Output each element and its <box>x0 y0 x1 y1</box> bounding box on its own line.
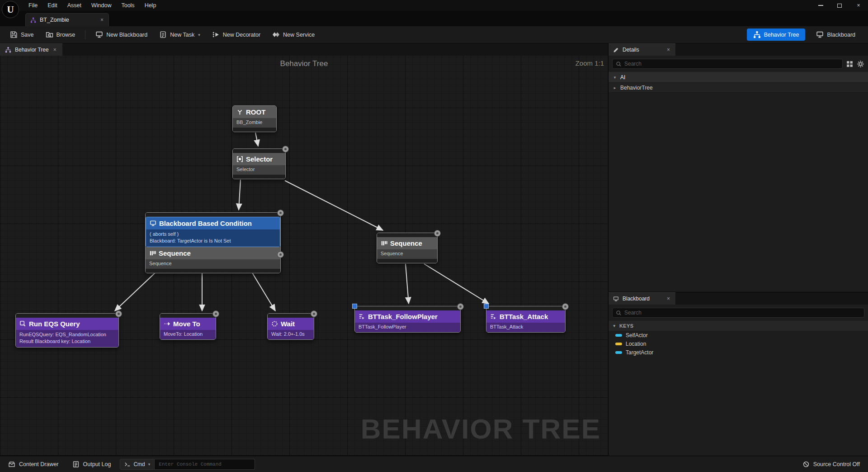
content-drawer-button[interactable]: Content Drawer <box>4 458 63 470</box>
node-sequence[interactable]: Sequence Sequence <box>377 233 438 263</box>
node-attack-subtitle: BTTask_Attack <box>486 323 565 332</box>
node-condition-input-pin[interactable] <box>146 213 280 217</box>
graph-edges <box>0 56 608 456</box>
display-filter-icon[interactable] <box>846 60 854 68</box>
console-icon <box>124 461 131 467</box>
details-search-box[interactable] <box>612 59 843 69</box>
save-button[interactable]: Save <box>5 28 38 41</box>
node-wait-input-pin[interactable] <box>268 314 314 318</box>
console-command-input[interactable] <box>155 459 255 470</box>
minimize-button[interactable] <box>811 0 830 11</box>
node-selector[interactable]: Selector Selector <box>232 148 286 179</box>
maximize-button[interactable] <box>830 0 849 11</box>
node-selector-output-pin[interactable] <box>233 175 285 179</box>
node-moveto-title-row: Move To <box>160 318 216 330</box>
graph-tabbar: Behavior Tree × <box>0 43 608 56</box>
blackboard-key-location[interactable]: Location <box>609 339 868 348</box>
node-eqs-input-pin[interactable] <box>16 314 118 318</box>
source-control-label: Source Control Off <box>813 461 860 467</box>
details-row-behaviortree[interactable]: ▸ BehaviorTree <box>609 83 868 93</box>
node-attack-input-pin[interactable] <box>486 306 565 310</box>
mode-blackboard-label: Blackboard <box>827 32 855 38</box>
new-service-label: New Service <box>283 32 315 38</box>
new-decorator-button[interactable]: New Decorator <box>208 28 265 41</box>
blackboard-key-selfactor[interactable]: SelfActor <box>609 331 868 339</box>
info-badge-icon[interactable] <box>457 303 464 310</box>
new-blackboard-button[interactable]: New Blackboard <box>91 28 152 41</box>
node-bttask-attack[interactable]: BTTask_Attack BTTask_Attack <box>486 306 566 333</box>
maximize-icon <box>837 4 842 8</box>
details-tab-close-icon[interactable]: × <box>666 47 671 53</box>
menu-edit[interactable]: Edit <box>42 0 62 11</box>
cmd-dropdown-button[interactable]: Cmd ▾ <box>120 459 155 470</box>
unreal-editor-window: U File Edit Asset Window Tools Help × BT… <box>0 0 868 472</box>
node-wait-subtitle: Wait: 2.0+-1.0s <box>268 330 314 339</box>
node-attack-title: BTTask_Attack <box>500 313 548 320</box>
mode-blackboard-button[interactable]: Blackboard <box>811 28 860 41</box>
info-badge-icon[interactable] <box>212 310 219 317</box>
blackboard-tab-close-icon[interactable]: × <box>666 296 671 302</box>
node-condition-output-pin[interactable] <box>146 269 280 273</box>
node-follow-input-pin[interactable] <box>355 306 460 310</box>
node-root-output-pin[interactable] <box>233 128 276 132</box>
graph-tab-behavior-tree[interactable]: Behavior Tree × <box>0 43 62 56</box>
graph-tab-close-icon[interactable]: × <box>52 47 57 53</box>
node-move-to[interactable]: Move To MoveTo: Location <box>160 313 216 340</box>
node-sequence2-output-pin[interactable] <box>377 259 437 263</box>
node-root[interactable]: ROOT BB_Zombie <box>232 105 277 132</box>
new-service-button[interactable]: New Service <box>268 28 319 41</box>
info-badge-icon[interactable] <box>277 210 284 216</box>
details-tab-label: Details <box>623 47 639 53</box>
graph-canvas[interactable]: Behavior Tree Zoom 1:1 BEHAVIOR TREE <box>0 56 608 456</box>
info-badge-icon[interactable] <box>562 303 569 310</box>
blackboard-key-targetactor[interactable]: TargetActor <box>609 348 868 357</box>
info-badge-icon[interactable] <box>434 230 441 237</box>
tab-blackboard[interactable]: Blackboard × <box>609 292 675 305</box>
info-badge-icon[interactable] <box>311 310 317 317</box>
menu-help[interactable]: Help <box>140 0 161 11</box>
node-wait-title-row: Wait <box>268 318 314 330</box>
node-sequence-title: Sequence <box>159 249 191 257</box>
node-selector-input-pin[interactable] <box>233 149 285 153</box>
key-type-icon <box>615 351 622 354</box>
node-blackboard-condition-sequence[interactable]: Blackboard Based Condition ( aborts self… <box>145 212 281 273</box>
node-selector-title-row: Selector <box>233 153 285 165</box>
node-sequence-title-row: Sequence <box>146 247 280 259</box>
mode-behavior-tree-button[interactable]: Behavior Tree <box>747 29 806 41</box>
new-blackboard-label: New Blackboard <box>106 32 147 38</box>
node-wait[interactable]: Wait Wait: 2.0+-1.0s <box>267 313 314 340</box>
source-control-button[interactable]: Source Control Off <box>798 458 864 470</box>
toolbar-separator <box>85 30 85 39</box>
blackboard-search-input[interactable] <box>624 310 861 316</box>
node-moveto-input-pin[interactable] <box>160 314 216 318</box>
info-badge-icon[interactable] <box>282 146 289 153</box>
new-task-button[interactable]: New Task ▾ <box>155 28 205 41</box>
info-badge-icon[interactable] <box>115 310 122 317</box>
save-icon <box>10 31 18 38</box>
details-category-ai[interactable]: ▾ AI <box>609 72 868 83</box>
node-run-eqs-query[interactable]: Run EQS Query RunEQSQuery: EQS_RandomLoc… <box>15 313 119 348</box>
menu-asset[interactable]: Asset <box>62 0 86 11</box>
behavior-tree-asset-icon <box>30 17 36 23</box>
node-sequence2-title-row: Sequence <box>377 237 437 249</box>
menu-file[interactable]: File <box>24 0 42 11</box>
tab-close-icon[interactable]: × <box>99 17 104 23</box>
settings-gear-icon[interactable] <box>857 60 864 68</box>
blackboard-tabbar: Blackboard × <box>609 292 868 305</box>
unreal-logo-icon[interactable]: U <box>2 1 19 18</box>
blackboard-search-box[interactable] <box>612 308 864 318</box>
menu-tools[interactable]: Tools <box>116 0 139 11</box>
blackboard-keys-header[interactable]: ▾ KEYS <box>609 321 868 331</box>
node-sequence2-input-pin[interactable] <box>377 233 437 237</box>
tab-bt-zombie[interactable]: BT_Zombie × <box>25 13 109 26</box>
details-search-input[interactable] <box>624 61 839 67</box>
node-bttask-followplayer[interactable]: BTTask_FollowPlayer BTTask_FollowPlayer <box>354 306 461 333</box>
decorator-blackboard-based-condition[interactable]: Blackboard Based Condition ( aborts self… <box>146 217 280 247</box>
close-button[interactable]: × <box>849 0 868 11</box>
menu-window[interactable]: Window <box>86 0 116 11</box>
decorator-aborts-line: ( aborts self ) <box>150 231 276 238</box>
browse-button[interactable]: Browse <box>41 28 80 41</box>
info-badge-icon[interactable] <box>277 251 284 258</box>
tab-details[interactable]: Details × <box>609 43 675 56</box>
output-log-button[interactable]: Output Log <box>68 458 116 470</box>
